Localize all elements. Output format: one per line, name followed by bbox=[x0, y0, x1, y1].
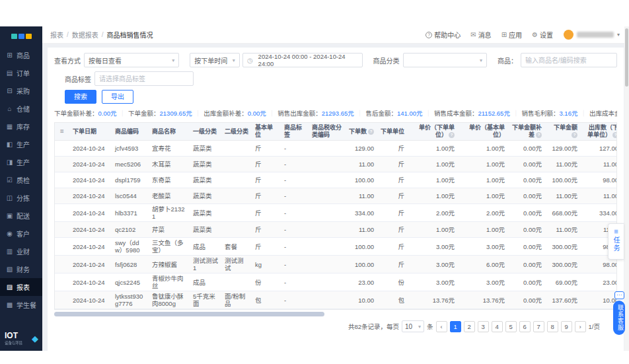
sidebar-item-label: 配送 bbox=[17, 211, 30, 221]
cell-price-order-unit: 3.00元 bbox=[408, 273, 458, 291]
sidebar-item-production-2[interactable]: ◨生产 bbox=[0, 153, 42, 171]
topbar-action-label: 消息 bbox=[478, 30, 492, 40]
summary-separator: ｜ bbox=[195, 110, 202, 117]
cell-tax-code bbox=[309, 172, 346, 188]
sidebar-item-student-meals[interactable]: ▩学生餐 bbox=[0, 296, 42, 314]
page-button-6[interactable]: 6 bbox=[519, 321, 531, 332]
cell-order-amount: 69.00元 bbox=[545, 273, 581, 291]
column-label: 商品税收分类编码 bbox=[312, 124, 342, 138]
view-mode-select[interactable]: 按每日查看 ▾ bbox=[84, 53, 179, 67]
cell-product-name: 宜寿花 bbox=[149, 141, 190, 157]
task-label: 任务 bbox=[611, 237, 621, 252]
cell-product-code: hlb3371 bbox=[112, 204, 149, 222]
sidebar-item-customers[interactable]: ◉客户 bbox=[0, 225, 42, 242]
cell-product-name: 木耳菜 bbox=[149, 157, 190, 172]
sidebar-item-inventory[interactable]: ▦库存 bbox=[0, 118, 42, 135]
filter-row-2: 商品标签 bbox=[54, 71, 617, 86]
cell-price-order-unit: 1.00元 bbox=[408, 141, 458, 157]
info-icon: ? bbox=[449, 132, 455, 138]
date-range-picker[interactable]: ◷ 2024-10-24 00:00 - 2024-10-24 24:00 bbox=[242, 53, 363, 67]
sidebar-item-label: 生产 bbox=[17, 139, 30, 149]
warehouse-icon: ⌂ bbox=[6, 105, 13, 112]
cell-product-code: lsc0544 bbox=[112, 188, 149, 204]
product-search-input[interactable] bbox=[521, 53, 617, 67]
info-icon: ? bbox=[536, 132, 542, 138]
cell-order-qty: 100.00 bbox=[346, 256, 377, 273]
breadcrumb-data-reports[interactable]: 数据报表 bbox=[72, 30, 98, 40]
sidebar-item-quality[interactable]: ☑质检 bbox=[0, 171, 42, 189]
time-field-value: 按下单时间 bbox=[194, 55, 227, 65]
clock-icon: ◷ bbox=[247, 57, 253, 64]
page-button-2[interactable]: 2 bbox=[464, 321, 475, 332]
cell-outbound-qty: 23.00 bbox=[581, 273, 617, 291]
contact-support-button[interactable]: ⋯ 联系客服 bbox=[612, 291, 626, 338]
sidebar-item-biz-finance[interactable]: ▥业财 bbox=[0, 242, 42, 260]
info-icon: ? bbox=[572, 132, 577, 138]
cell-outbound-qty: 11.00 bbox=[581, 188, 617, 204]
horizontal-scrollbar-thumb[interactable] bbox=[54, 312, 324, 316]
topbar-action-help-center[interactable]: ?帮助中心 bbox=[426, 30, 461, 40]
sidebar-item-purchase[interactable]: ⊟采购 bbox=[0, 82, 42, 100]
sidebar-item-orders[interactable]: ▤订单 bbox=[0, 64, 42, 82]
topbar-action-messages[interactable]: ✉消息 bbox=[470, 30, 491, 40]
sidebar-item-production[interactable]: ◧生产 bbox=[0, 135, 42, 153]
next-page-button[interactable]: › bbox=[575, 321, 586, 332]
reports-icon: ▨ bbox=[6, 283, 13, 291]
page-button-3[interactable]: 3 bbox=[478, 321, 489, 332]
cell-order-unit: 斤 bbox=[377, 188, 408, 204]
export-button[interactable]: 导出 bbox=[102, 90, 133, 104]
cell-category-1: 蔬菜类 bbox=[190, 204, 221, 222]
page-size-select[interactable]: 10 ▾ bbox=[402, 320, 424, 332]
page-button-1[interactable]: 1 bbox=[450, 321, 461, 332]
tag-select-input[interactable] bbox=[94, 71, 194, 86]
prev-page-button[interactable]: ‹ bbox=[436, 321, 447, 332]
column-header-price-order-unit: 单价（下单单位）? bbox=[408, 123, 458, 141]
production-2-icon: ◨ bbox=[6, 159, 13, 166]
user-name-redacted bbox=[577, 32, 614, 38]
sidebar-item-delivery[interactable]: ▣配送 bbox=[0, 207, 42, 225]
cell-order-date: 2024-10-24 bbox=[69, 141, 112, 157]
time-field-select[interactable]: 按下单时间 ▾ bbox=[190, 53, 240, 67]
page-button-7[interactable]: 7 bbox=[533, 321, 544, 332]
info-icon: ? bbox=[368, 129, 374, 135]
cell-order-amount: 668.00元 bbox=[545, 204, 581, 222]
page-button-8[interactable]: 8 bbox=[547, 321, 558, 332]
user-menu[interactable]: ▾ bbox=[564, 30, 620, 40]
cell-category-2 bbox=[221, 157, 252, 172]
horizontal-scrollbar[interactable] bbox=[54, 312, 617, 316]
summary-strip: 下单金额补差：0.00元｜下单金额：21309.65元｜出库金额补差：0.00元… bbox=[54, 108, 617, 118]
table-row: 2024-10-24qc2102芹菜蔬菜类斤-11.00斤1.00元1.00元0… bbox=[55, 222, 617, 238]
iot-title: IOT bbox=[5, 332, 24, 340]
page-button-5[interactable]: 5 bbox=[505, 321, 517, 332]
cell-row-icon bbox=[55, 157, 69, 172]
page-scrollbar-thumb[interactable] bbox=[625, 28, 628, 87]
avatar bbox=[564, 30, 574, 40]
cell-base-unit: 斤 bbox=[252, 172, 281, 188]
topbar-action-apps[interactable]: ⊞应用 bbox=[501, 30, 522, 40]
topbar-action-settings[interactable]: ⚙设置 bbox=[532, 30, 553, 40]
cell-category-2: 面/粉制品 bbox=[221, 291, 252, 309]
sidebar-item-finance[interactable]: ▧财务 bbox=[0, 260, 42, 278]
sidebar-item-goods[interactable]: ⊞商品 bbox=[0, 46, 42, 64]
page-button-9[interactable]: 9 bbox=[561, 321, 572, 332]
category-select[interactable]: ▾ bbox=[403, 53, 487, 67]
sidebar-item-reports[interactable]: ▨报表 bbox=[0, 278, 42, 296]
sidebar-item-warehouse[interactable]: ⌂仓储 bbox=[0, 100, 42, 118]
report-table-wrapper: ≡下单日期商品编码商品名称一级分类二级分类基本单位商品标签商品税收分类编码下单数… bbox=[54, 122, 617, 310]
column-label: 二级分类 bbox=[225, 128, 248, 135]
search-button[interactable]: 搜索 bbox=[65, 90, 96, 104]
column-settings-icon[interactable]: ≡ bbox=[60, 127, 64, 135]
column-header-product-code: 商品编码 bbox=[112, 123, 149, 141]
per-page-suffix: 条 bbox=[427, 322, 433, 331]
cell-base-unit: 包 bbox=[252, 291, 281, 309]
page-button-4[interactable]: 4 bbox=[492, 321, 503, 332]
cell-base-unit: 斤 bbox=[252, 188, 281, 204]
column-label: 单价（基本单位） bbox=[469, 124, 505, 138]
cell-price-base-unit: 1.00元 bbox=[458, 172, 508, 188]
sidebar-item-sorting[interactable]: ◫分拣 bbox=[0, 189, 42, 207]
task-panel-button[interactable]: ≡ 任务 bbox=[608, 223, 624, 260]
purchase-icon: ⊟ bbox=[6, 87, 13, 94]
cell-tax-code bbox=[309, 141, 346, 157]
breadcrumb-reports[interactable]: 报表 bbox=[50, 30, 63, 40]
logo-tile bbox=[18, 34, 24, 39]
